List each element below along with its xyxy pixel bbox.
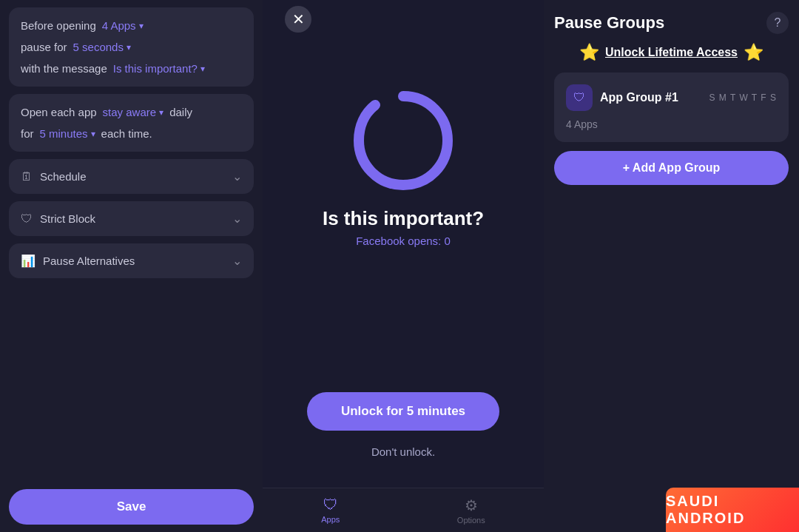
- strict-block-icon: 🛡: [21, 212, 33, 226]
- pause-alternatives-chevron-icon: ⌄: [232, 254, 242, 268]
- center-subtitle: Facebook opens: 0: [356, 235, 451, 247]
- unlock-button[interactable]: Unlock for 5 minutes: [307, 392, 499, 431]
- message-label: with the message: [21, 62, 107, 75]
- center-title: Is this important?: [323, 207, 484, 230]
- message-chevron-icon: ▾: [200, 64, 205, 74]
- unlock-lifetime-row: ⭐ Unlock Lifetime Access ⭐: [554, 43, 789, 62]
- nav-options[interactable]: ⚙ Options: [457, 496, 485, 525]
- each-time-label: each time.: [101, 127, 152, 140]
- center-panel: ✕ Is this important? Facebook opens: 0 U…: [263, 0, 544, 532]
- schedule-icon: 🗓: [21, 170, 33, 183]
- apps-value[interactable]: 4 Apps ▾: [102, 19, 144, 32]
- right-panel: Pause Groups ? ⭐ Unlock Lifetime Access …: [544, 0, 799, 532]
- days-label: S M T W T F S: [709, 92, 777, 103]
- star-left-icon: ⭐: [579, 43, 599, 62]
- strict-block-section[interactable]: 🛡 Strict Block ⌄: [9, 201, 254, 236]
- schedule-chevron-icon: ⌄: [232, 169, 242, 183]
- minutes-value[interactable]: 5 minutes ▾: [40, 127, 95, 140]
- daily-label: daily: [169, 106, 192, 118]
- unlock-lifetime-link[interactable]: Unlock Lifetime Access: [605, 46, 738, 59]
- options-nav-icon: ⚙: [465, 496, 478, 514]
- nav-apps[interactable]: 🛡 Apps: [321, 496, 340, 524]
- minutes-chevron-icon: ▾: [91, 129, 95, 139]
- add-group-button[interactable]: + Add App Group: [554, 151, 789, 185]
- dont-unlock-text[interactable]: Don't unlock.: [371, 445, 435, 458]
- watermark: SAUDI ANDROID: [666, 488, 799, 532]
- strict-block-chevron-icon: ⌄: [232, 212, 242, 226]
- strict-block-label: Strict Block: [40, 212, 95, 225]
- open-each-label: Open each app: [21, 106, 97, 118]
- apps-nav-icon: 🛡: [323, 496, 338, 514]
- save-button[interactable]: Save: [9, 489, 254, 525]
- star-right-icon: ⭐: [744, 43, 763, 62]
- schedule-label: Schedule: [40, 170, 87, 183]
- options-nav-label: Options: [457, 516, 485, 525]
- apps-count: 4 Apps: [566, 118, 777, 130]
- schedule-section[interactable]: 🗓 Schedule ⌄: [9, 159, 254, 194]
- right-title: Pause Groups: [554, 13, 664, 33]
- seconds-value[interactable]: 5 seconds ▾: [73, 41, 131, 53]
- seconds-chevron-icon: ▾: [127, 42, 131, 53]
- close-button[interactable]: ✕: [285, 6, 311, 33]
- mode-value[interactable]: stay aware ▾: [103, 106, 164, 118]
- apps-chevron-icon: ▾: [139, 21, 144, 31]
- before-opening-label: Before opening: [21, 19, 96, 32]
- open-each-card: Open each app stay aware ▾ daily for 5 m…: [9, 94, 254, 152]
- message-value[interactable]: Is this important? ▾: [113, 62, 205, 75]
- right-header: Pause Groups ?: [554, 7, 789, 43]
- pause-alternatives-section[interactable]: 📊 Pause Alternatives ⌄: [9, 243, 254, 278]
- before-opening-card: Before opening 4 Apps ▾ pause for 5 seco…: [9, 7, 254, 87]
- left-panel: Before opening 4 Apps ▾ pause for 5 seco…: [0, 0, 263, 532]
- apps-nav-label: Apps: [321, 515, 340, 524]
- pause-alt-icon: 📊: [21, 254, 36, 268]
- mode-chevron-icon: ▾: [159, 107, 163, 118]
- zen-circle-icon: [351, 89, 455, 192]
- help-button[interactable]: ?: [766, 12, 789, 34]
- app-group-shield-icon: 🛡: [566, 84, 593, 111]
- app-group-name: App Group #1: [600, 91, 678, 104]
- bottom-nav: 🛡 Apps ⚙ Options: [263, 488, 544, 532]
- pause-alternatives-label: Pause Alternatives: [43, 255, 135, 267]
- for-label: for: [21, 127, 34, 140]
- pause-for-label: pause for: [21, 41, 67, 53]
- app-group-card[interactable]: 🛡 App Group #1 S M T W T F S 4 Apps: [554, 73, 789, 142]
